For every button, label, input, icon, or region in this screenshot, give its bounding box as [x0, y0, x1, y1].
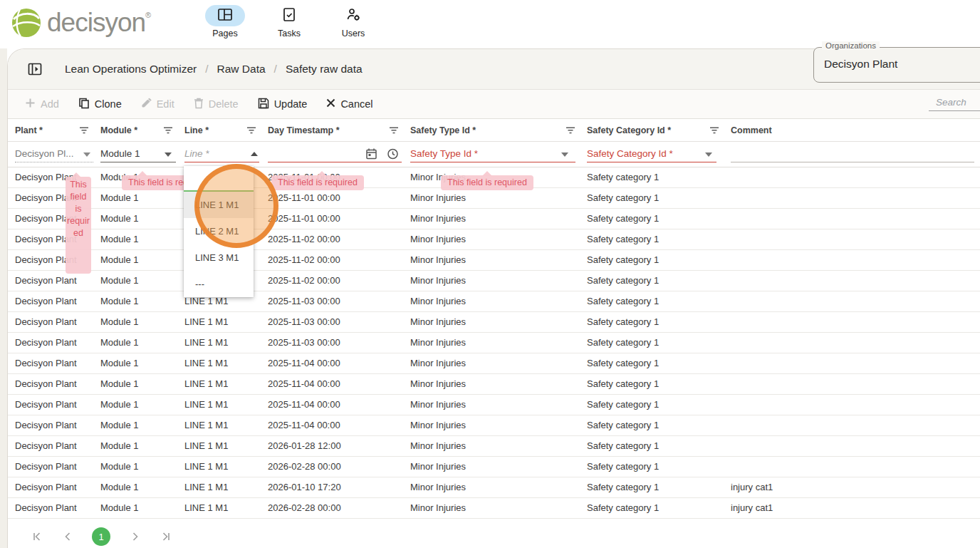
update-button[interactable]: Update	[258, 98, 308, 111]
cancel-button[interactable]: Cancel	[326, 98, 372, 110]
cell-safety-category: Safety category 1	[587, 209, 731, 229]
column-header[interactable]: Comment	[731, 125, 980, 135]
filter-icon[interactable]	[565, 127, 575, 134]
column-header[interactable]: Line *	[184, 125, 268, 135]
last-page-icon[interactable]	[159, 530, 172, 543]
edit-day-timestamp-field[interactable]	[268, 142, 410, 167]
cell-safety-category: Safety category 1	[587, 477, 731, 497]
table-row[interactable]: Decisyon PlantModule 1LINE 1 M12025-11-0…	[8, 374, 980, 395]
dropdown-option[interactable]: ---	[184, 271, 254, 297]
edit-safety-category-select[interactable]: Safety Category Id *	[587, 142, 731, 167]
cell-module: Module 1	[100, 498, 184, 518]
plus-icon	[25, 98, 36, 110]
cell-line: LINE 1 M1	[184, 312, 268, 332]
clock-icon[interactable]	[387, 148, 399, 162]
dropdown-option[interactable]: LINE 3 M1	[184, 244, 254, 271]
cell-module: Module 1	[100, 374, 184, 394]
table-row[interactable]: Decisyon PlantModule 1LINE 1 M12026-02-2…	[8, 498, 980, 519]
filter-icon[interactable]	[709, 127, 719, 134]
column-header-label: Day Timestamp *	[268, 125, 340, 135]
nav-item-pages[interactable]: Pages	[201, 5, 249, 38]
edit-comment-field[interactable]	[731, 142, 980, 167]
column-header[interactable]: Module *	[100, 125, 184, 135]
chevron-down-icon[interactable]	[165, 152, 172, 157]
cell-timestamp: 2025-11-02 00:00	[268, 229, 410, 249]
cell-safety-type: Minor Injuries	[410, 229, 587, 249]
column-header[interactable]: Plant *	[15, 125, 100, 135]
copy-icon	[78, 98, 90, 111]
table-row[interactable]: Decisyon PlantModule 1LINE 1 M12025-11-0…	[8, 209, 980, 229]
filter-icon[interactable]	[79, 127, 89, 134]
filter-icon[interactable]	[163, 127, 173, 134]
cell-timestamp: 2026-01-28 12:00	[268, 436, 410, 456]
cell-plant: Decisyon Plant	[15, 333, 100, 353]
cell-comment	[731, 291, 980, 311]
table-row[interactable]: Decisyon PlantModule 1LINE 1 M12025-11-0…	[8, 271, 980, 291]
column-header[interactable]: Safety Type Id *	[410, 125, 587, 135]
column-header[interactable]: Day Timestamp *	[268, 125, 410, 135]
edit-module-select[interactable]: Module 1	[100, 142, 184, 167]
panel-expand-icon[interactable]	[28, 63, 42, 76]
breadcrumb-item-app[interactable]: Lean Operations Optimizer	[65, 63, 197, 76]
edit-module-value: Module 1	[100, 148, 140, 159]
chevron-down-icon[interactable]	[705, 152, 712, 157]
table-row[interactable]: Decisyon PlantModule 1LINE 1 M12026-01-2…	[8, 436, 980, 457]
column-header[interactable]: Safety Category Id *	[587, 125, 731, 135]
table-row[interactable]: Decisyon PlantModule 1LINE 1 M12025-11-0…	[8, 229, 980, 250]
table-row[interactable]: Decisyon PlantModule 1LINE 1 M12025-11-0…	[8, 250, 980, 271]
previous-page-icon[interactable]	[61, 530, 74, 543]
filter-icon[interactable]	[246, 127, 256, 134]
nav-item-tasks[interactable]: Tasks	[265, 5, 313, 38]
add-button[interactable]: Add	[25, 98, 59, 110]
cell-line: LINE 1 M1	[184, 374, 268, 394]
table-row[interactable]: Decisyon PlantModule 1LINE 1 M12025-11-0…	[8, 188, 980, 209]
edit-plant-select[interactable]: Decisyon Pl...	[15, 142, 100, 167]
safety-category-underline-error	[587, 162, 716, 162]
cell-safety-type: Minor Injuries	[410, 291, 587, 311]
cell-safety-category: Safety category 1	[587, 395, 731, 415]
search-input[interactable]	[929, 95, 980, 111]
chevron-down-icon[interactable]	[561, 152, 568, 157]
table-row[interactable]: Decisyon PlantModule 1LINE 1 M12026-01-1…	[8, 477, 980, 498]
cell-plant: Decisyon Plant	[15, 477, 100, 497]
decisyon-logo[interactable]: decisyon ®	[10, 6, 151, 42]
cell-timestamp: 2025-11-03 00:00	[268, 291, 410, 311]
first-page-icon[interactable]	[31, 530, 43, 543]
cell-safety-category: Safety category 1	[587, 271, 731, 291]
filter-icon[interactable]	[389, 127, 399, 134]
cell-line: LINE 1 M1	[184, 353, 268, 373]
cell-plant: Decisyon Plant	[15, 291, 100, 311]
current-page-badge[interactable]: 1	[92, 527, 110, 546]
breadcrumb-item-section[interactable]: Raw Data	[217, 63, 266, 76]
cell-module: Module 1	[100, 415, 184, 435]
calendar-icon[interactable]	[365, 148, 377, 162]
cell-plant: Decisyon Plant	[15, 395, 100, 415]
column-header-label: Comment	[731, 125, 772, 135]
table-row[interactable]: Decisyon PlantModule 1LINE 1 M12025-11-0…	[8, 415, 980, 436]
table-row[interactable]: Decisyon PlantModule 1LINE 1 M12025-11-0…	[8, 291, 980, 312]
clone-button[interactable]: Clone	[78, 98, 122, 111]
cell-comment	[731, 271, 980, 291]
module-underline	[100, 162, 176, 162]
cell-line: LINE 1 M1	[184, 395, 268, 415]
next-page-icon[interactable]	[128, 530, 141, 543]
chevron-down-icon[interactable]	[83, 152, 90, 157]
table-row[interactable]: Decisyon PlantModule 1LINE 1 M12025-11-0…	[8, 395, 980, 415]
table-row[interactable]: Decisyon PlantModule 1LINE 1 M12025-11-0…	[8, 353, 980, 374]
edit-button[interactable]: Edit	[141, 98, 174, 110]
table-row[interactable]: Decisyon PlantModule 1LINE 1 M12026-02-2…	[8, 457, 980, 477]
organizations-selector[interactable]: Organizations Decisyon Plant	[813, 47, 980, 83]
chevron-up-icon[interactable]	[251, 152, 258, 156]
decisyon-leaf-icon	[10, 6, 43, 42]
table-row[interactable]: Decisyon PlantModule 1LINE 1 M12025-11-0…	[8, 312, 980, 333]
save-floppy-icon	[258, 98, 269, 111]
nav-item-users[interactable]: Users	[329, 5, 377, 38]
breadcrumb-item-page[interactable]: Safety raw data	[286, 63, 363, 76]
delete-button[interactable]: Delete	[194, 98, 239, 111]
table-row[interactable]: Decisyon PlantModule 1LINE 1 M12025-11-0…	[8, 333, 980, 353]
pencil-icon	[141, 98, 152, 110]
breadcrumb: Lean Operations Optimizer / Raw Data / S…	[65, 63, 363, 76]
edit-line-select[interactable]: Line *	[184, 142, 268, 167]
nav-label: Pages	[212, 29, 237, 38]
edit-safety-type-select[interactable]: Safety Type Id *	[410, 142, 587, 167]
